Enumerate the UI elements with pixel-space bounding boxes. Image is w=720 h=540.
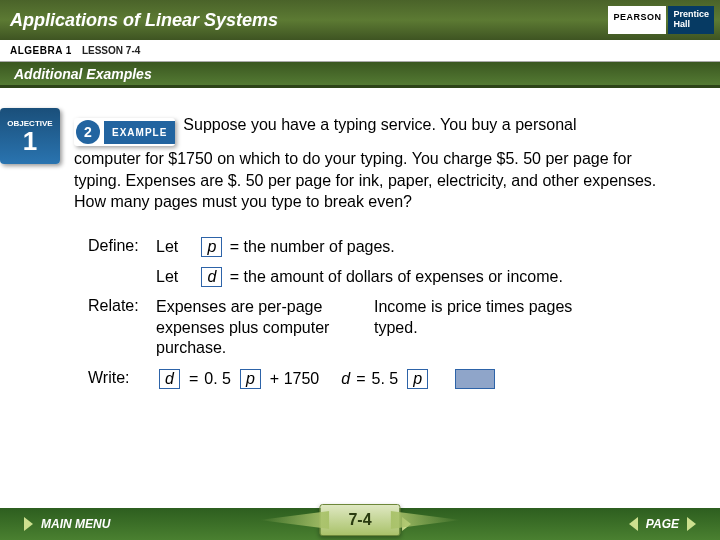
lesson-pill[interactable]: 7-4 (319, 504, 400, 536)
define-row-1: Define: Let p = the number of pages. (88, 237, 680, 257)
write-row: Write: d = 0. 5 p + 1750 d = 5. 5 p (88, 369, 680, 389)
eq-d: d (159, 369, 180, 389)
let-label: Let (156, 238, 194, 256)
define-desc-2: = the amount of dollars of expenses or i… (230, 268, 563, 285)
example-badge: 2 EXAMPLE (74, 118, 175, 146)
objective-number: 1 (23, 128, 37, 154)
define-row-2: Let d = the amount of dollars of expense… (88, 267, 680, 287)
objective-badge: OBJECTIVE 1 (0, 108, 60, 164)
page-title: Applications of Linear Systems (10, 10, 278, 31)
relate-col-2: Income is price times pages typed. (374, 297, 574, 359)
relate-col-1: Expenses are per-page expenses plus comp… (156, 297, 356, 359)
page-nav[interactable]: PAGE (629, 517, 696, 531)
chevron-right-icon (687, 517, 696, 531)
variable-p: p (201, 237, 222, 257)
let-label-2: Let (156, 268, 194, 286)
steps: Define: Let p = the number of pages. Let… (88, 237, 680, 389)
define-label: Define: (88, 237, 156, 257)
header-bar: Applications of Linear Systems PEARSON P… (0, 0, 720, 40)
example-label: EXAMPLE (104, 121, 175, 144)
sub-header: ALGEBRA 1 LESSON 7-4 (0, 40, 720, 62)
problem-lead: Suppose you have a typing service. You b… (183, 116, 576, 134)
content-area: OBJECTIVE 1 2 EXAMPLE Suppose you have a… (0, 88, 720, 389)
example-number: 2 (76, 120, 100, 144)
lesson-number: 7-4 (319, 504, 400, 536)
chevron-left-icon (629, 517, 638, 531)
problem-text: computer for $1750 on which to do your t… (74, 148, 680, 213)
course-label: ALGEBRA 1 (10, 45, 72, 56)
eq-p: p (240, 369, 261, 389)
equations: d = 0. 5 p + 1750 d = 5. 5 p (156, 369, 495, 389)
publisher-logo: PEARSON Prentice Hall (608, 6, 714, 34)
relate-row: Relate: Expenses are per-page expenses p… (88, 297, 680, 359)
example-line: 2 EXAMPLE Suppose you have a typing serv… (74, 116, 680, 144)
write-label: Write: (88, 369, 156, 389)
chevron-right-icon (24, 517, 33, 531)
section-banner: Additional Examples (0, 62, 720, 88)
lesson-label: LESSON 7-4 (82, 45, 140, 56)
main-menu-button[interactable]: MAIN MENU (24, 517, 110, 531)
answer-box (455, 369, 495, 389)
define-desc-1: = the number of pages. (230, 238, 395, 255)
publisher-top: PEARSON (608, 6, 666, 34)
eq-p2: p (407, 369, 428, 389)
publisher-name: Prentice Hall (668, 6, 714, 34)
relate-label: Relate: (88, 297, 156, 359)
variable-d: d (201, 267, 222, 287)
eq-d2: d (341, 370, 350, 388)
